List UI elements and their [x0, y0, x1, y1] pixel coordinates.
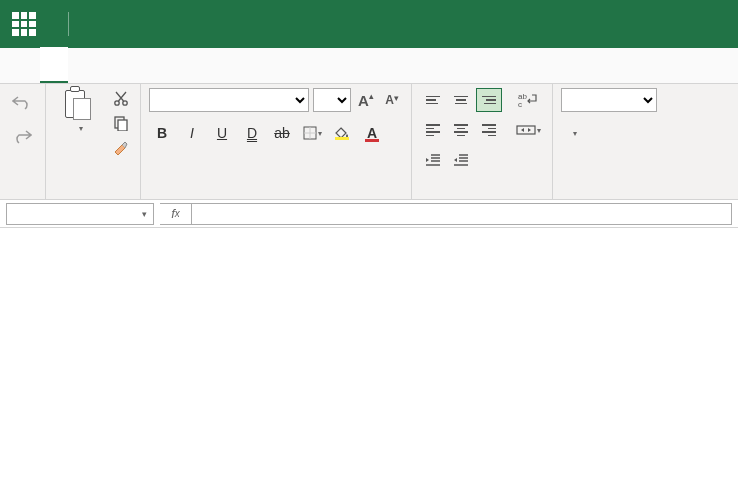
comma-button[interactable]	[625, 120, 651, 146]
group-label-alignment	[420, 179, 544, 197]
decrease-indent-button[interactable]	[420, 148, 446, 172]
tab-review[interactable]	[152, 47, 180, 83]
tab-file[interactable]	[12, 47, 40, 83]
svg-rect-3	[118, 120, 127, 131]
tab-home[interactable]	[40, 47, 68, 83]
tab-formulas[interactable]	[96, 47, 124, 83]
group-label-undo	[8, 179, 37, 197]
ribbon: ▾ A▴ A▾ B I U D ab ▾	[0, 84, 738, 200]
svg-text:c: c	[518, 100, 522, 108]
group-label-font	[149, 179, 403, 197]
svg-point-1	[123, 101, 127, 105]
undo-button[interactable]	[8, 88, 36, 116]
percent-button[interactable]	[593, 120, 619, 146]
format-painter-button[interactable]	[110, 136, 132, 158]
tab-help[interactable]	[208, 47, 236, 83]
underline-button[interactable]: U	[209, 120, 235, 146]
number-format-select[interactable]	[561, 88, 657, 112]
font-name-select[interactable]	[149, 88, 309, 112]
align-left-button[interactable]	[420, 118, 446, 142]
merge-center-button[interactable]: ▾	[512, 118, 544, 142]
align-center-button[interactable]	[448, 118, 474, 142]
font-size-select[interactable]	[313, 88, 351, 112]
shrink-font-button[interactable]: A▾	[381, 89, 403, 111]
align-right-button[interactable]	[476, 118, 502, 142]
fill-color-button[interactable]: ▾	[329, 120, 355, 146]
copy-button[interactable]	[110, 112, 132, 134]
formula-bar[interactable]	[192, 203, 732, 225]
borders-button[interactable]: ▾	[299, 120, 325, 146]
align-bottom-button[interactable]	[476, 88, 502, 112]
font-color-button[interactable]: A▾	[359, 120, 385, 146]
tab-data[interactable]	[124, 47, 152, 83]
bold-button[interactable]: B	[149, 120, 175, 146]
paste-button[interactable]: ▾	[76, 124, 83, 133]
name-box[interactable]: ▾	[6, 203, 154, 225]
currency-button[interactable]: ▾	[561, 120, 587, 146]
tab-insert[interactable]	[68, 47, 96, 83]
align-top-button[interactable]	[420, 88, 446, 112]
double-underline-button[interactable]: D	[239, 120, 265, 146]
redo-button[interactable]	[8, 122, 36, 150]
tab-view[interactable]	[180, 47, 208, 83]
svg-rect-17	[517, 126, 535, 134]
svg-point-0	[115, 101, 119, 105]
group-label-clipboard	[54, 179, 132, 197]
paste-icon[interactable]	[63, 88, 95, 124]
group-label-number	[561, 179, 657, 197]
fx-button[interactable]: fx	[160, 203, 192, 225]
wrap-text-button[interactable]: abc	[512, 88, 544, 112]
cut-button[interactable]	[110, 88, 132, 110]
align-middle-button[interactable]	[448, 88, 474, 112]
strikethrough-button[interactable]: ab	[269, 120, 295, 146]
increase-indent-button[interactable]	[448, 148, 474, 172]
ribbon-tabs	[0, 48, 738, 84]
italic-button[interactable]: I	[179, 120, 205, 146]
app-launcher-icon[interactable]	[12, 12, 36, 36]
grow-font-button[interactable]: A▴	[355, 89, 377, 111]
tab-tellme[interactable]	[236, 47, 264, 83]
divider	[68, 12, 69, 36]
